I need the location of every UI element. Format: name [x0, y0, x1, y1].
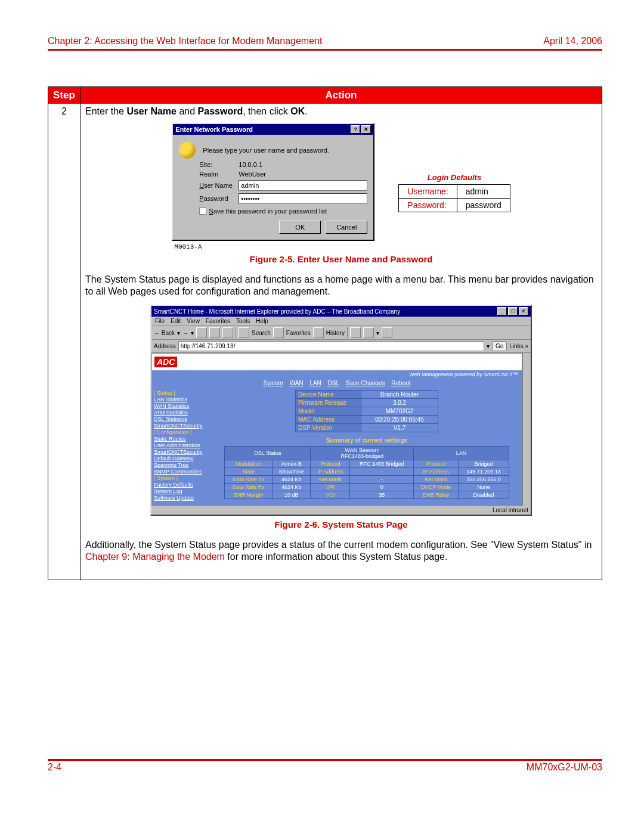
col-header-step: Step — [48, 87, 80, 104]
edit-icon[interactable] — [382, 327, 392, 338]
col-header-action: Action — [80, 87, 602, 104]
sidebar-item[interactable]: DSL Statistics — [154, 416, 210, 422]
username-input[interactable] — [239, 180, 367, 191]
scrollbar[interactable] — [522, 353, 531, 506]
favorites-label[interactable]: Favorites — [286, 330, 311, 336]
realm-label: Realm — [199, 171, 235, 178]
top-nav: System WAN LAN DSL Save Changes Reboot — [152, 379, 522, 388]
status-right: Local intranet — [493, 507, 528, 513]
sidebar-item[interactable]: SNMP Communities — [154, 469, 210, 475]
mail-icon[interactable] — [350, 327, 361, 338]
menu-file[interactable]: File — [155, 318, 165, 324]
chapter-9-link[interactable]: Chapter 9: Managing the Modem — [85, 552, 225, 562]
help-icon[interactable]: ? — [351, 125, 360, 134]
sidebar-item[interactable]: Factory Defaults — [154, 482, 210, 488]
paragraph-2: Additionally, the System Status page pro… — [85, 539, 597, 563]
browser-window: SmartCNCT Home - Microsoft Internet Expl… — [150, 305, 532, 516]
step-instruction: Enter the User Name and Password, then c… — [85, 106, 597, 117]
address-label: Address — [154, 343, 176, 349]
menu-help[interactable]: Help — [256, 318, 268, 324]
refresh-icon[interactable] — [209, 327, 220, 338]
page-header: Chapter 2: Accessing the Web Interface f… — [48, 36, 602, 51]
search-label[interactable]: Search — [252, 330, 271, 336]
menu-view[interactable]: View — [187, 318, 200, 324]
dialog-prompt: Please type your user name and password. — [203, 147, 329, 154]
sidebar-item[interactable]: Spanning Tree — [154, 462, 210, 468]
links-label[interactable]: Links » — [509, 343, 528, 349]
summary-title: Summary of current settings — [215, 437, 518, 444]
menu-tools[interactable]: Tools — [236, 318, 250, 324]
nav-wan[interactable]: WAN — [290, 380, 304, 386]
device-info-table: Device NameBranch Router Firmware Releas… — [295, 390, 438, 432]
paragraph-1: The System Status page is displayed and … — [85, 274, 597, 298]
defaults-user-value: admin — [457, 185, 510, 199]
sidebar-cat-system: [ System ] — [154, 475, 210, 481]
close-icon[interactable]: ✕ — [519, 307, 528, 315]
password-dialog: Enter Network Password ? ✕ Please type y… — [172, 123, 374, 241]
nav-save[interactable]: Save Changes — [346, 380, 385, 386]
doc-id: MM70xG2-UM-03 — [527, 762, 602, 773]
figure-caption-1: Figure 2-5. Enter User Name and Password — [85, 254, 597, 264]
back-button[interactable]: ← Back — [154, 330, 175, 336]
save-password-label: Save this password in your password list — [209, 208, 327, 215]
maximize-icon[interactable]: □ — [508, 307, 518, 315]
site-value: 10.0.0.1 — [239, 161, 367, 168]
address-input[interactable] — [178, 341, 484, 351]
sidebar-item[interactable]: Software Update — [154, 495, 210, 501]
close-icon[interactable]: ✕ — [361, 125, 371, 134]
nav-dsl[interactable]: DSL — [328, 380, 339, 386]
sidebar-item[interactable]: User Administration — [154, 442, 210, 448]
nav-lan[interactable]: LAN — [309, 380, 321, 386]
nav-reboot[interactable]: Reboot — [391, 380, 410, 386]
cancel-button[interactable]: Cancel — [326, 221, 367, 234]
summary-table: DSL Status WAN Session:RFC1483-bridged L… — [224, 446, 509, 499]
login-defaults: Login Defaults Username: admin Password:… — [398, 171, 510, 212]
sidebar-item[interactable]: WAN Statistics — [154, 403, 210, 409]
sidebar-item[interactable]: ATM Statistics — [154, 410, 210, 416]
figure-code: M0013-A — [172, 243, 374, 250]
step-number: 2 — [48, 104, 80, 580]
password-input[interactable] — [239, 193, 367, 204]
sidebar: [ Status ] LAN Statistics WAN Statistics… — [152, 388, 212, 505]
minimize-icon[interactable]: _ — [497, 307, 507, 315]
tagline: Web Management powered by SmartCNCT™ — [152, 370, 522, 379]
browser-toolbar: ← Back ▾ → ▾ Search Favorites History — [151, 326, 531, 340]
sidebar-item[interactable]: System Log — [154, 488, 210, 494]
password-label: Password — [199, 195, 235, 202]
sidebar-item[interactable]: SmartCNCTSecurity — [154, 449, 210, 455]
page-number: 2-4 — [48, 762, 61, 773]
defaults-pass-value: password — [457, 199, 510, 212]
browser-title: SmartCNCT Home - Microsoft Internet Expl… — [154, 308, 400, 315]
save-password-checkbox[interactable] — [199, 208, 206, 215]
favorites-icon[interactable] — [273, 327, 284, 338]
username-label: User Name — [199, 182, 235, 189]
page-footer: 2-4 MM70xG2-UM-03 — [48, 759, 602, 773]
history-label[interactable]: History — [326, 330, 345, 336]
print-icon[interactable] — [363, 327, 374, 338]
realm-value: WebUser — [239, 171, 367, 178]
chapter-title: Chapter 2: Accessing the Web Interface f… — [48, 36, 322, 47]
sidebar-cat-status: [ Status ] — [154, 390, 210, 396]
sidebar-cat-config: [ Configuration ] — [154, 429, 210, 435]
history-icon[interactable] — [313, 327, 324, 338]
defaults-user-label: Username: — [399, 185, 457, 199]
stop-icon[interactable] — [196, 327, 207, 338]
nav-system[interactable]: System — [264, 380, 283, 386]
forward-button[interactable]: → — [182, 330, 188, 336]
sidebar-item[interactable]: SmartCNCTSecurity — [154, 423, 210, 429]
ok-button[interactable]: OK — [279, 221, 321, 234]
site-label: Site: — [199, 161, 235, 168]
sidebar-item[interactable]: Static Routes — [154, 436, 210, 442]
adc-logo: ADC — [154, 357, 177, 367]
dialog-title: Enter Network Password — [175, 126, 253, 133]
sidebar-item[interactable]: Default Gateway — [154, 456, 210, 462]
sidebar-item[interactable]: LAN Statistics — [154, 397, 210, 402]
defaults-pass-label: Password: — [399, 199, 457, 212]
browser-menubar: File Edit View Favorites Tools Help — [151, 317, 531, 326]
menu-favorites[interactable]: Favorites — [206, 318, 230, 324]
search-icon[interactable] — [239, 327, 249, 338]
header-date: April 14, 2006 — [543, 36, 602, 47]
go-button[interactable]: Go — [492, 341, 507, 351]
menu-edit[interactable]: Edit — [171, 318, 181, 324]
home-icon[interactable] — [222, 327, 233, 338]
